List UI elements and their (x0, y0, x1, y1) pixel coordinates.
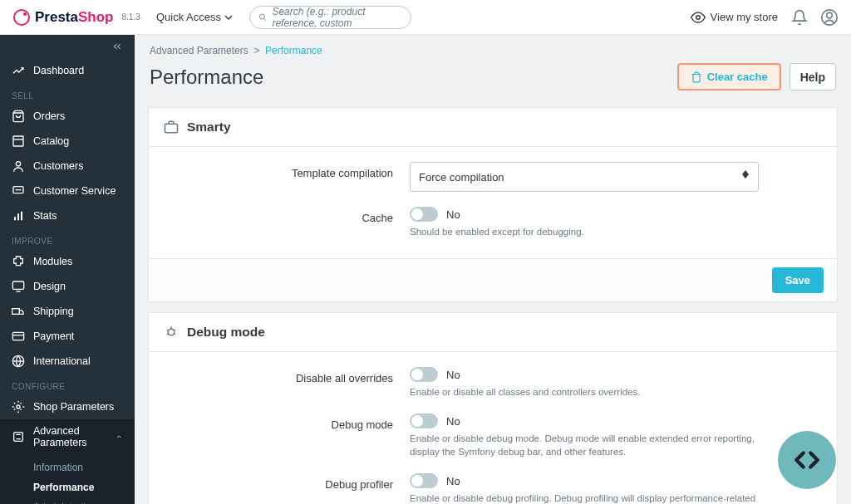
search-icon (258, 12, 267, 23)
svg-rect-24 (165, 124, 178, 133)
sidebar-label: International (33, 355, 91, 367)
sidebar-item-shop-parameters[interactable]: Shop Parameters (0, 394, 135, 419)
sidebar-label: Design (33, 281, 66, 292)
truck-icon (12, 305, 25, 318)
briefcase-icon (164, 120, 179, 135)
sidebar-label: Customers (33, 160, 83, 172)
smarty-card-footer: Save (149, 258, 837, 301)
cache-toggle[interactable] (410, 207, 438, 222)
caret-down-icon (224, 13, 233, 22)
header-actions: Clear cache Help (677, 63, 836, 91)
svg-line-1 (264, 18, 267, 21)
disable-overrides-control: No Enable or disable all classes and con… (410, 367, 759, 399)
sidebar-item-customer-service[interactable]: Customer Service (0, 179, 135, 203)
trash-icon (691, 71, 702, 83)
debug-mode-help: Enable or disable debug mode. Debug mode… (410, 432, 759, 458)
code-icon (793, 446, 821, 474)
help-button[interactable]: Help (790, 63, 836, 91)
sidebar-label: Shipping (33, 306, 74, 317)
bug-icon (164, 325, 179, 340)
smarty-card: Smarty Template compilation Force compil… (148, 107, 838, 302)
svg-rect-5 (13, 136, 23, 146)
brand-logo[interactable]: PrestaShop 8.1.3 (13, 9, 148, 26)
sidebar-item-customers[interactable]: Customers (0, 154, 135, 179)
breadcrumb: Advanced Parameters > Performance (135, 35, 851, 60)
fab-code-button[interactable] (778, 431, 836, 489)
sidebar-sub-administration[interactable]: Administration (0, 497, 135, 504)
cache-control: No Should be enabled except for debuggin… (410, 207, 759, 238)
brand-version: 8.1.3 (121, 12, 140, 22)
sidebar-label: Shop Parameters (33, 401, 114, 413)
debug-profiler-toggle[interactable] (410, 473, 438, 488)
debug-profiler-help: Enable or disable debug profiling. Debug… (410, 492, 759, 504)
svg-rect-13 (12, 281, 23, 289)
svg-point-25 (168, 329, 175, 335)
svg-rect-15 (12, 309, 20, 315)
svg-point-7 (16, 162, 20, 166)
svg-point-4 (827, 12, 833, 18)
cache-help-text: Should be enabled except for debugging. (410, 225, 759, 238)
breadcrumb-parent[interactable]: Advanced Parameters (150, 45, 248, 56)
disable-overrides-label: Disable all overrides (169, 367, 410, 384)
disable-overrides-toggle[interactable] (410, 367, 438, 382)
sidebar-dashboard-label: Dashboard (33, 65, 84, 76)
sidebar-label: Orders (33, 110, 65, 122)
debug-card-header: Debug mode (149, 313, 837, 352)
smarty-card-header: Smarty (149, 108, 837, 147)
trending-up-icon (12, 64, 25, 77)
debug-card-title: Debug mode (187, 325, 265, 340)
cache-value: No (446, 208, 460, 221)
debug-mode-toggle[interactable] (410, 413, 438, 428)
sidebar-heading-improve: IMPROVE (0, 228, 135, 249)
sidebar-item-catalog[interactable]: Catalog (0, 129, 135, 154)
sidebar: Dashboard SELL Orders Catalog Customers … (0, 35, 135, 504)
debug-profiler-control: No Enable or disable debug profiling. De… (410, 473, 759, 504)
view-store-link[interactable]: View my store (691, 10, 778, 25)
debug-mode-control: No Enable or disable debug mode. Debug m… (410, 413, 759, 458)
svg-point-0 (259, 14, 264, 19)
sidebar-item-design[interactable]: Design (0, 274, 135, 299)
cache-label: Cache (169, 207, 410, 224)
sidebar-sub-information[interactable]: Information (0, 458, 135, 477)
smarty-card-body: Template compilation Force compilation C… (149, 147, 837, 258)
puzzle-icon (12, 255, 25, 268)
double-chevron-left-icon (111, 41, 123, 52)
chevron-up-icon (116, 432, 123, 442)
sidebar-item-orders[interactable]: Orders (0, 104, 135, 129)
sidebar-item-modules[interactable]: Modules (0, 249, 135, 274)
topbar: PrestaShop 8.1.3 Quick Access Search (e.… (0, 0, 851, 35)
sidebar-item-stats[interactable]: Stats (0, 203, 135, 228)
cache-toggle-wrap: No (410, 207, 759, 222)
bell-icon[interactable] (791, 9, 808, 26)
shopping-bag-icon (12, 110, 25, 123)
user-avatar-icon[interactable] (821, 9, 838, 26)
disable-overrides-value: No (446, 369, 460, 381)
sidebar-item-payment[interactable]: Payment (0, 324, 135, 349)
credit-card-icon (12, 330, 25, 343)
debug-mode-label: Debug mode (169, 413, 410, 431)
sidebar-sub-performance[interactable]: Performance (0, 477, 135, 497)
cache-row: Cache No Should be enabled except for de… (169, 207, 817, 238)
save-button[interactable]: Save (772, 267, 824, 293)
sidebar-item-dashboard[interactable]: Dashboard (0, 58, 135, 83)
clear-cache-label: Clear cache (707, 71, 768, 83)
template-compilation-select[interactable]: Force compilation (410, 162, 759, 192)
gear-icon (12, 400, 25, 413)
user-icon (12, 159, 25, 173)
quick-access-label: Quick Access (156, 11, 221, 23)
sidebar-collapse-toggle[interactable] (0, 35, 135, 58)
sidebar-item-shipping[interactable]: Shipping (0, 299, 135, 324)
debug-profiler-label: Debug profiler (169, 473, 410, 491)
quick-access-dropdown[interactable]: Quick Access (156, 11, 233, 23)
sidebar-item-advanced-parameters[interactable]: Advanced Parameters (0, 419, 135, 454)
eye-icon (691, 10, 706, 25)
breadcrumb-current: Performance (265, 45, 322, 56)
search-input[interactable]: Search (e.g.: product reference, custom (249, 6, 411, 29)
svg-point-20 (17, 405, 20, 409)
logo-icon (13, 9, 30, 26)
sidebar-label: Stats (33, 210, 57, 222)
sidebar-label: Payment (33, 330, 74, 342)
debug-card: Debug mode Disable all overrides No Enab… (148, 312, 838, 504)
clear-cache-button[interactable]: Clear cache (677, 63, 781, 91)
sidebar-item-international[interactable]: International (0, 349, 135, 374)
